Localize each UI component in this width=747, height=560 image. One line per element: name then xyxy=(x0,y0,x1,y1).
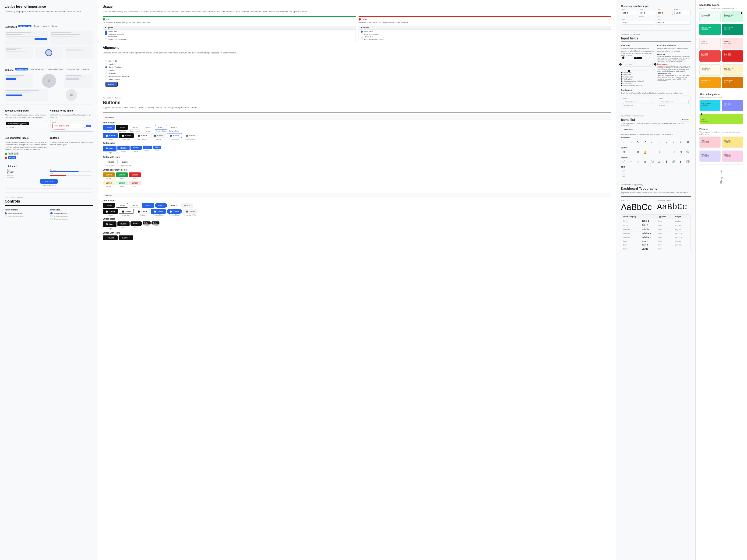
web-icon-btn-4[interactable]: ⬤ Button xyxy=(151,209,166,214)
website-tag-1[interactable]: Navigation bar xyxy=(15,68,28,71)
web-btn-1[interactable]: Button xyxy=(103,203,115,208)
website-tag-3[interactable]: cards (mobile) image xyxy=(47,68,65,71)
radio-btn-1[interactable] xyxy=(5,212,7,214)
currency-field-5[interactable] xyxy=(621,21,655,25)
web-icon-btn-3[interactable]: ⬤ Button xyxy=(135,209,150,214)
website-tag-5[interactable]: Sections xyxy=(81,68,91,71)
nav-tag-content[interactable]: content xyxy=(42,25,50,27)
icon-btn-tertiary[interactable]: ⬤ Button xyxy=(151,133,166,138)
dont-rb-2[interactable] xyxy=(361,33,363,35)
web-btn-7[interactable]: Button xyxy=(181,203,193,208)
web-btn-4[interactable]: Button xyxy=(142,203,154,208)
radio-btn-2[interactable] xyxy=(5,215,7,217)
containers-demo: Label Placeholder user... Placeholder te… xyxy=(621,95,691,108)
btn-red[interactable]: Button xyxy=(129,172,141,177)
currency-field-1[interactable] xyxy=(621,11,637,15)
web-icon-btn-1[interactable]: ⬤ Button xyxy=(103,209,118,214)
error-colors: Error 50 #FEF2F2 Error 100 #FEE2E2 Error… xyxy=(699,38,743,61)
btn-lemon-outline[interactable]: Button xyxy=(103,181,115,185)
align-r-6[interactable] xyxy=(105,75,107,77)
btn-primary[interactable]: Button xyxy=(103,125,115,130)
btn-green-outline[interactable]: Button xyxy=(116,181,128,185)
web-btn-6[interactable]: Button xyxy=(168,203,180,208)
do-cb-1[interactable] xyxy=(105,31,107,33)
btn-tertiary-ghost[interactable]: Button xyxy=(168,125,180,130)
icon-btn-secondary[interactable]: ⬤ Button xyxy=(119,133,134,138)
checkbox-btn-1[interactable] xyxy=(50,212,53,214)
single-line-field[interactable]: Placeholder user... xyxy=(659,100,689,104)
dont-rb-1[interactable] xyxy=(361,31,363,33)
currency-field-3[interactable] xyxy=(656,11,673,15)
alignment-btn[interactable]: Apply ✓ xyxy=(105,82,118,86)
nav-tag-top[interactable]: Top bar xyxy=(32,25,41,27)
link-card-btn[interactable]: Link card xyxy=(40,179,57,184)
btn-size-xsmall[interactable]: Button xyxy=(153,145,161,149)
icons-title: Icons list xyxy=(621,118,635,122)
btn-right-icon[interactable]: Button → xyxy=(119,160,133,164)
web-btn-2[interactable]: Button xyxy=(116,203,128,208)
input-fields-section: Dashboard > Text Input Input fields Anat… xyxy=(621,33,691,108)
website-tag-4[interactable]: Clients and CTA xyxy=(66,68,80,71)
website-tag-2[interactable]: Main title and copy xyxy=(29,68,46,71)
btn-size-medium[interactable]: Button xyxy=(118,145,130,150)
web-icon-btn-6[interactable]: ⬤ Button xyxy=(183,209,198,214)
dont-rb-3[interactable] xyxy=(361,36,363,38)
currency-field-4[interactable] xyxy=(674,11,691,15)
button-types-section: Button types Button Primary Button Secon… xyxy=(103,121,611,140)
dashboard-icons-desc: Here you'll have a list of the main icon… xyxy=(621,134,691,135)
type-row-large: Body Large Inter xyxy=(621,247,691,251)
web-size-small1[interactable]: Button xyxy=(130,221,142,225)
icon-btn-primary[interactable]: ⬤ Button xyxy=(103,133,118,138)
btn-red-outline[interactable]: Button xyxy=(129,181,141,185)
validate-input[interactable] xyxy=(52,124,85,128)
web-icon-left[interactable]: ← Button xyxy=(103,235,118,240)
align-r-1[interactable] xyxy=(105,60,107,62)
nav-tag-list[interactable]: list bar xyxy=(51,25,59,27)
web-icon-right[interactable]: Button → xyxy=(119,235,133,240)
do-cb-2[interactable] xyxy=(105,33,107,35)
btn-icons-title: Button with icons xyxy=(103,156,611,158)
align-r-5[interactable] xyxy=(105,72,107,74)
icon-btn-primary-ghost[interactable]: ⬤ Button xyxy=(167,133,182,138)
icon-warning: ⚠ xyxy=(657,159,662,164)
web-icon-btn-5[interactable]: ⬤ Button xyxy=(167,209,182,214)
web-size-medium[interactable]: Button xyxy=(118,221,130,226)
currency-field-6[interactable] xyxy=(656,21,691,25)
btn-alt-colors-row: Button Lemon Button Green Button Red xyxy=(103,172,611,179)
btn-size-large[interactable]: Button xyxy=(103,145,117,152)
web-btn-5[interactable]: Button xyxy=(155,203,167,208)
icon-btn-tertiary-ghost[interactable]: ⬤ Button xyxy=(183,133,198,138)
checkbox-btn-3[interactable] xyxy=(50,218,53,220)
dont-rb-4[interactable] xyxy=(361,38,363,41)
btn-size-small1[interactable]: Button xyxy=(130,145,142,150)
typeface-header: Typeface xyxy=(658,216,675,218)
icon-btn-secondary-alt[interactable]: ⬤ Button xyxy=(135,133,150,138)
web-size-tiny[interactable]: Button xyxy=(152,221,159,224)
icon-minus: − xyxy=(664,150,669,155)
currency-field-2[interactable] xyxy=(639,11,655,15)
btn-lemon[interactable]: Button xyxy=(103,172,115,177)
web-icon-btn-2[interactable]: ⬤ Button xyxy=(119,209,134,214)
assistive-title: Assistive elements xyxy=(657,44,691,47)
align-r-4[interactable] xyxy=(105,69,107,71)
align-r-3[interactable] xyxy=(105,66,107,68)
btn-size-small2[interactable]: Button xyxy=(143,145,152,149)
btn-primary-ghost[interactable]: Button xyxy=(155,125,167,130)
placeholder-field[interactable]: Placeholder user... xyxy=(623,100,653,104)
nav-tag-nav[interactable]: Navigation bar xyxy=(18,25,31,27)
icons-sort-btn[interactable]: Sorted ↕ xyxy=(680,118,691,122)
btn-tertiary[interactable]: Button xyxy=(142,125,154,130)
btn-left-icon[interactable]: ← Button xyxy=(103,160,118,164)
do-cb-4[interactable] xyxy=(105,38,107,41)
checkbox-btn-2[interactable] xyxy=(50,215,53,217)
btn-green[interactable]: Button xyxy=(116,172,128,177)
btn-secondary[interactable]: Button xyxy=(116,125,128,130)
web-size-xsmall[interactable]: Button xyxy=(143,221,151,224)
do-cb-3[interactable] xyxy=(105,36,107,38)
btn-secondary-alt[interactable]: Button xyxy=(129,125,141,130)
align-r-7[interactable] xyxy=(105,78,107,80)
icon-arrow-up-right: ↗ xyxy=(643,140,648,144)
web-size-large[interactable]: Button xyxy=(103,221,117,227)
align-r-2[interactable] xyxy=(105,63,107,65)
web-btn-3[interactable]: Button xyxy=(129,203,141,208)
